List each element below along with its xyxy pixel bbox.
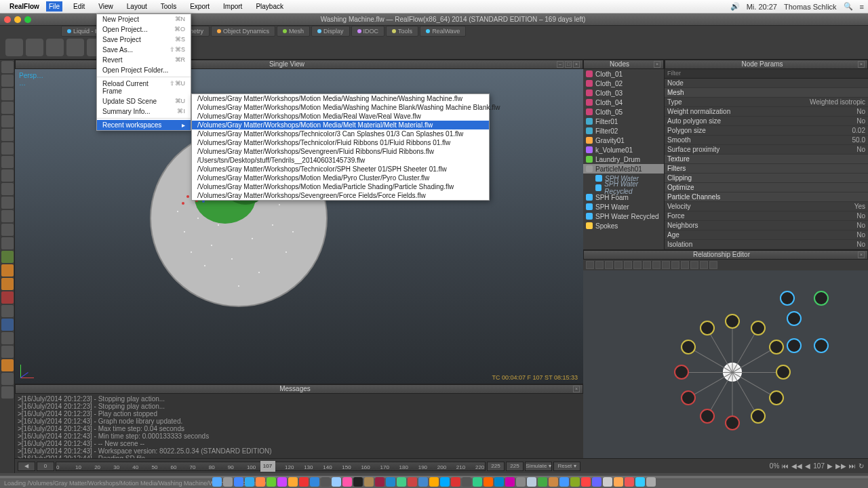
dock-app-icon[interactable] xyxy=(549,477,558,487)
rel-tool-icon[interactable] xyxy=(633,261,642,269)
node-item[interactable]: Filter01 xyxy=(583,117,664,126)
shelf-tab[interactable]: Mesh xyxy=(277,26,310,37)
dock-app-icon[interactable] xyxy=(364,477,374,487)
timeline-range-field[interactable]: 225 xyxy=(506,462,524,471)
tool-icon[interactable] xyxy=(1,183,14,195)
param-row[interactable]: Particle Channels xyxy=(665,192,868,202)
node-item[interactable]: Spokes xyxy=(583,221,664,230)
dock-app-icon[interactable] xyxy=(256,477,265,487)
node-item[interactable]: SPH Water Recycled xyxy=(583,183,664,192)
skip-end-icon[interactable]: ⏭ xyxy=(849,462,856,470)
shelf-tab[interactable]: Display xyxy=(311,26,350,37)
dock-app-icon[interactable] xyxy=(592,477,601,487)
tool-icon[interactable] xyxy=(1,224,14,236)
notification-icon[interactable]: ≡ xyxy=(860,3,864,11)
dock-app-icon[interactable] xyxy=(527,477,536,487)
menu-item[interactable]: Reload Current Frame⇧⌘U xyxy=(97,79,191,96)
param-filter-input[interactable]: Filter xyxy=(665,69,868,79)
dock-app-icon[interactable] xyxy=(635,477,645,487)
params-list[interactable]: NodeMeshTypeWeighted isotropicWeight nor… xyxy=(665,79,868,249)
menu-tools[interactable]: Tools xyxy=(158,1,179,12)
menu-layout[interactable]: Layout xyxy=(124,1,150,12)
recent-workspace-item[interactable]: /Volumes/Gray Matter/Workshops/Motion Me… xyxy=(192,103,489,112)
node-item[interactable]: k_Volume01 xyxy=(583,145,664,155)
param-row[interactable]: Optimize xyxy=(665,183,868,192)
dock-app-icon[interactable] xyxy=(223,477,233,487)
shelf-item-icon[interactable] xyxy=(5,39,23,56)
rel-node[interactable] xyxy=(769,340,784,354)
tool-icon[interactable] xyxy=(1,264,14,277)
dock-app-icon[interactable] xyxy=(267,477,276,487)
tool-icon[interactable] xyxy=(1,169,14,182)
shelf-tab[interactable]: Tools xyxy=(386,26,418,37)
rel-node[interactable] xyxy=(751,321,766,336)
node-item[interactable]: Cloth_04 xyxy=(583,98,664,107)
param-row[interactable]: Mesh xyxy=(665,88,868,98)
rel-node[interactable] xyxy=(751,409,766,424)
menu-file[interactable]: File xyxy=(46,1,62,12)
shelf-item-icon[interactable] xyxy=(26,39,43,56)
shelf-tab[interactable]: RealWave xyxy=(420,26,466,37)
dock-app-icon[interactable] xyxy=(332,477,341,487)
rel-node[interactable] xyxy=(776,365,791,380)
menu-item[interactable]: Revert⌘R xyxy=(97,55,191,65)
dock-app-icon[interactable] xyxy=(310,477,319,487)
param-row[interactable]: VelocityYes xyxy=(665,202,868,211)
tool-icon[interactable] xyxy=(1,386,14,399)
dock-app-icon[interactable] xyxy=(245,477,254,487)
node-item[interactable]: Laundry_Drum xyxy=(583,155,664,164)
rel-node[interactable] xyxy=(780,291,795,306)
tool-icon[interactable] xyxy=(1,346,14,358)
menu-import[interactable]: Import xyxy=(220,1,245,12)
recent-workspace-item[interactable]: /Volumes/Gray Matter/Workshops/Sevengree… xyxy=(192,147,489,156)
menu-item[interactable]: Save Project⌘S xyxy=(97,35,191,45)
rel-tool-icon[interactable] xyxy=(690,261,698,269)
playhead[interactable]: 107 xyxy=(260,461,275,472)
param-row[interactable]: Polygon size0.02 xyxy=(665,126,868,136)
menu-edit[interactable]: Edit xyxy=(71,1,87,12)
rel-tool-icon[interactable] xyxy=(624,261,632,269)
rel-tool-icon[interactable] xyxy=(662,261,670,269)
loop-icon[interactable]: ↻ xyxy=(859,462,864,470)
dock-app-icon[interactable] xyxy=(505,477,515,487)
rel-node[interactable] xyxy=(769,390,784,405)
node-item[interactable]: SPH Water Recycled xyxy=(583,211,664,221)
timeline-prev-button[interactable]: ◀ xyxy=(18,462,35,471)
tool-icon[interactable] xyxy=(1,278,14,290)
dock-app-icon[interactable] xyxy=(342,477,352,487)
dock-app-icon[interactable] xyxy=(418,477,428,487)
param-row[interactable]: Weight normalizationNo xyxy=(665,107,868,117)
tool-icon[interactable] xyxy=(1,237,14,249)
rel-tool-icon[interactable] xyxy=(671,261,679,269)
recent-workspace-item[interactable]: /Volumes/Gray Matter/Workshops/Motion Me… xyxy=(192,112,489,121)
shelf-item-icon[interactable] xyxy=(66,39,84,56)
shelf-tab[interactable]: Object Dynamics xyxy=(211,26,275,37)
param-row[interactable]: Filters xyxy=(665,164,868,174)
recent-workspace-item[interactable]: /Volumes/Gray Matter/Workshops/Technicol… xyxy=(192,138,489,147)
tool-icon[interactable] xyxy=(1,156,14,168)
tool-icon[interactable] xyxy=(1,319,14,331)
tool-icon[interactable] xyxy=(1,102,14,114)
app-name[interactable]: RealFlow xyxy=(9,3,39,10)
tool-icon[interactable] xyxy=(1,359,14,371)
dock-app-icon[interactable] xyxy=(473,477,482,487)
timeline-start-field[interactable]: 0 xyxy=(37,462,54,471)
param-row[interactable]: Smooth50.0 xyxy=(665,136,868,145)
param-row[interactable]: Node xyxy=(665,79,868,88)
rel-tool-icon[interactable] xyxy=(652,261,660,269)
rel-node[interactable] xyxy=(814,291,829,306)
dock-app-icon[interactable] xyxy=(559,477,569,487)
rel-tool-icon[interactable] xyxy=(605,261,613,269)
rel-node[interactable] xyxy=(725,415,740,430)
rel-tool-icon[interactable] xyxy=(614,261,623,269)
node-item[interactable]: Cloth_03 xyxy=(583,88,664,98)
node-item[interactable]: Cloth_02 xyxy=(583,79,664,88)
rel-canvas[interactable] xyxy=(583,270,868,458)
tool-icon[interactable] xyxy=(1,197,14,209)
rel-node[interactable] xyxy=(674,365,689,380)
recent-workspace-item[interactable]: /Users/tsn/Desktop/stuff/Tendrils__20140… xyxy=(192,156,489,165)
recent-workspace-item[interactable]: /Volumes/Gray Matter/Workshops/Motion Me… xyxy=(192,182,489,191)
menu-item[interactable]: Open Project...⌘O xyxy=(97,24,191,35)
volume-icon[interactable]: 🔊 xyxy=(730,2,740,11)
node-item[interactable]: Cloth_01 xyxy=(583,69,664,79)
